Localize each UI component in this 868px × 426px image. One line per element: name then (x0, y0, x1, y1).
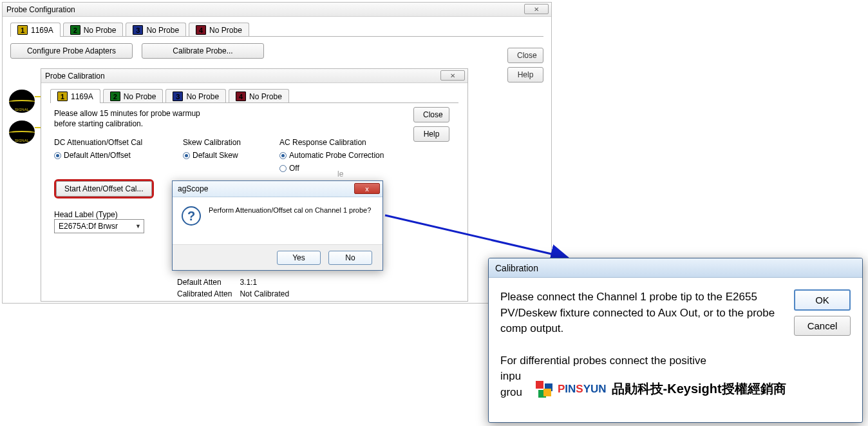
ac-auto-radio[interactable]: Automatic Probe Correction (279, 150, 415, 162)
cal-tab-ch2[interactable]: 2 No Probe (103, 89, 164, 103)
warmup-note: Please allow 15 minutes for probe warmup… (54, 108, 202, 129)
probe-cal-tabs: 1 1169A 2 No Probe 3 No Probe 4 No Probe (50, 88, 458, 102)
cal-ch2-badge: 2 (110, 92, 120, 101)
ac-off-label: Off (289, 162, 299, 175)
ch1-badge: 1 (17, 25, 28, 35)
ac-off-radio[interactable]: Off (279, 162, 415, 175)
probe-cal-titlebar: Probe Calibration ✕ (41, 69, 467, 83)
tab-ch3-label: No Probe (146, 26, 179, 35)
probe-config-tabs: 1 1169A 2 No Probe 3 No Probe 4 No Probe (3, 17, 551, 36)
skew-default-radio[interactable]: Default Skew (183, 150, 260, 162)
atten-table: Default Atten 3.1:1 Calibrated Atten Not… (176, 276, 297, 300)
msgbox-no-button[interactable]: No (328, 251, 372, 265)
configure-adapters-button[interactable]: Configure Probe Adapters (10, 43, 133, 59)
atten-default-label: Default Atten (177, 277, 238, 287)
signal-icon-1: SIGNAL (9, 90, 35, 113)
brand-watermark: PINSYUN 品勛科技-Keysight授權經銷商 (532, 378, 790, 400)
brand-tagline: 品勛科技-Keysight授權經銷商 (612, 380, 786, 398)
cal-close-button[interactable]: Close (413, 107, 449, 122)
probe-config-title: Probe Configuration (6, 5, 75, 14)
head-type-combo[interactable]: E2675A:Df Brwsr ▼ (54, 219, 144, 233)
cal-ch3-badge: 3 (173, 92, 183, 101)
cal-ch4-badge: 4 (236, 92, 246, 101)
probe-cal-right-buttons: Close Help (413, 107, 449, 142)
dc-section-heading: DC Attenuation/Offset Cal (54, 138, 164, 147)
head-label-text: Head Label (Type) (54, 210, 164, 219)
calibration-cancel-button[interactable]: Cancel (794, 316, 851, 336)
agscope-msgbox: agScope x ? Perform Attenuation/Offset c… (172, 180, 383, 271)
cal-ch1-badge: 1 (57, 92, 68, 101)
ac-auto-label: Automatic Probe Correction (289, 150, 384, 162)
ch2-badge: 2 (70, 25, 80, 35)
calibration-dialog-title: Calibration (489, 258, 862, 278)
start-atten-offset-highlight: Start Atten/Offset Cal... (54, 179, 154, 198)
probe-config-right-buttons: Close Help (507, 48, 543, 82)
msgbox-close-icon[interactable]: x (354, 183, 380, 194)
skew-default-label: Default Skew (193, 150, 238, 162)
msgbox-title: agScope (178, 184, 208, 193)
probe-cal-close-icon[interactable]: ✕ (440, 70, 465, 81)
atten-calibrated-value: Not Calibrated (240, 289, 296, 299)
cal-tab-ch2-label: No Probe (124, 92, 156, 101)
radio-unchecked-icon (279, 165, 287, 172)
question-icon: ? (182, 206, 201, 226)
tab-ch4[interactable]: 4 No Probe (189, 23, 249, 37)
cal-tab-ch3[interactable]: 3 No Probe (165, 89, 226, 103)
ch3-badge: 3 (133, 25, 143, 35)
radio-checked-icon (279, 152, 287, 159)
msgbox-yes-button[interactable]: Yes (277, 251, 321, 265)
calibration-ok-button[interactable]: OK (794, 289, 851, 311)
tab-ch4-label: No Probe (209, 26, 242, 35)
cal-tab-ch1-label: 1169A (71, 92, 93, 101)
signal-icon-2: SIGNAL (9, 121, 35, 144)
tab-ch1-label: 1169A (31, 26, 53, 35)
radio-checked-icon (183, 152, 190, 159)
tab-ch2[interactable]: 2 No Probe (63, 23, 124, 37)
ch4-badge: 4 (196, 25, 206, 35)
start-atten-offset-cal-button[interactable]: Start Atten/Offset Cal... (56, 181, 152, 197)
signal-icons: SIGNAL SIGNAL (9, 90, 35, 144)
tab-ch1[interactable]: 1 1169A (10, 23, 61, 37)
tab-ch3[interactable]: 3 No Probe (126, 23, 186, 37)
brand-name: PINSYUN (558, 383, 607, 396)
window-close-icon[interactable]: ✕ (524, 4, 549, 14)
cal-tab-ch1[interactable]: 1 1169A (50, 89, 100, 103)
partial-obscured-text: le (337, 169, 343, 179)
cal-tab-ch4-label: No Probe (249, 92, 282, 101)
dc-default-label: Default Atten/Offset (64, 150, 131, 162)
tab-ch2-label: No Probe (84, 26, 117, 35)
atten-default-value: 3.1:1 (240, 277, 296, 287)
ac-section-heading: AC Response Calibration (279, 138, 415, 147)
skew-section-heading: Skew Calibration (183, 138, 260, 147)
msgbox-text: Perform Attenuation/Offset cal on Channe… (209, 206, 371, 214)
chevron-down-icon: ▼ (135, 223, 141, 229)
msgbox-titlebar: agScope x (173, 181, 382, 197)
head-type-value: E2675A:Df Brwsr (59, 222, 118, 231)
help-button[interactable]: Help (507, 67, 543, 82)
probe-cal-title: Probe Calibration (45, 72, 105, 81)
radio-checked-icon (54, 152, 61, 159)
atten-calibrated-label: Calibrated Atten (177, 289, 238, 299)
cal-help-button[interactable]: Help (413, 126, 449, 142)
cal-tab-ch3-label: No Probe (186, 92, 219, 101)
close-button[interactable]: Close (507, 48, 543, 63)
probe-config-titlebar: Probe Configuration ✕ (3, 3, 551, 17)
calibrate-probe-button[interactable]: Calibrate Probe... (142, 43, 264, 59)
dc-default-radio[interactable]: Default Atten/Offset (54, 150, 164, 162)
pinsyun-logo-icon (536, 381, 552, 398)
cal-tab-ch4[interactable]: 4 No Probe (229, 89, 289, 103)
